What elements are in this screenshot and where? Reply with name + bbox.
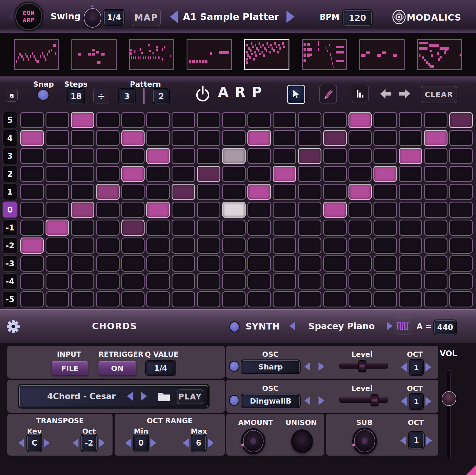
grid-cell-r-1-c2[interactable]: [46, 220, 69, 236]
grid-cell-r1-c1[interactable]: [20, 184, 44, 200]
grid-cell-r4-c3[interactable]: [71, 130, 94, 146]
grid-cell-r3-c17[interactable]: [424, 148, 447, 164]
divide-button[interactable]: ÷: [93, 89, 109, 103]
grid-cell-r0-c7[interactable]: [172, 202, 195, 218]
grid-cell-r-1-c12[interactable]: [298, 220, 321, 236]
max-next-icon[interactable]: [208, 439, 214, 447]
grid-cell-r-3-c8[interactable]: [197, 255, 220, 272]
key-prev-icon[interactable]: [19, 439, 24, 447]
grid-cell-r-2-c15[interactable]: [373, 238, 397, 254]
grid-cell-r5-c12[interactable]: [298, 112, 321, 128]
grid-cell-r0-c17[interactable]: [424, 202, 447, 218]
pattern-thumbnail-3[interactable]: [129, 39, 174, 70]
grid-cell-r-2-c10[interactable]: [247, 238, 271, 254]
key-value-box[interactable]: C: [27, 434, 41, 451]
grid-cell-r2-c12[interactable]: [298, 166, 321, 182]
grid-cell-r1-c16[interactable]: [399, 184, 422, 200]
grid-row-label-2[interactable]: 2: [3, 166, 17, 182]
grid-cell-r0-c3[interactable]: [71, 202, 94, 218]
grid-cell-r-3-c4[interactable]: [96, 255, 120, 272]
grid-cell-r5-c4[interactable]: [96, 112, 120, 128]
grid-row-label-4[interactable]: 4: [3, 130, 17, 146]
grid-cell-r-1-c15[interactable]: [373, 220, 397, 236]
grid-cell-r-3-c7[interactable]: [172, 255, 195, 272]
pattern-thumbnail-8[interactable]: [417, 39, 462, 70]
quantize-button[interactable]: a: [6, 89, 18, 102]
osc1-next-icon[interactable]: [319, 362, 324, 371]
grid-cell-r3-c3[interactable]: [71, 148, 94, 164]
grid-cell-r5-c1[interactable]: [20, 112, 44, 128]
velocity-tool-button[interactable]: [352, 85, 369, 103]
swing-knob[interactable]: [84, 8, 101, 28]
grid-cell-r-2-c7[interactable]: [172, 238, 195, 254]
grid-cell-r4-c6[interactable]: [146, 130, 170, 146]
grid-cell-r3-c11[interactable]: [273, 148, 296, 164]
grid-cell-r1-c4[interactable]: [96, 184, 120, 200]
grid-cell-r-4-c14[interactable]: [348, 273, 372, 290]
osc2-value-box[interactable]: DingwallB: [242, 394, 300, 407]
grid-cell-r-3-c12[interactable]: [298, 255, 321, 272]
sub-oct-prev-icon[interactable]: [400, 436, 406, 445]
osc1-value-box[interactable]: Sharp: [242, 360, 300, 373]
synth-preset-next-icon[interactable]: [387, 322, 393, 330]
grid-cell-r2-c15[interactable]: [373, 166, 397, 182]
grid-cell-r-3-c18[interactable]: [449, 255, 473, 272]
grid-cell-r1-c7[interactable]: [172, 184, 195, 200]
grid-cell-r-4-c9[interactable]: [222, 273, 246, 290]
grid-row-label--2[interactable]: -2: [3, 238, 17, 253]
grid-cell-r-2-c16[interactable]: [399, 238, 422, 254]
grid-cell-r0-c16[interactable]: [399, 202, 422, 218]
pattern-value-1-box[interactable]: 3: [119, 89, 135, 103]
grid-cell-r-4-c7[interactable]: [172, 273, 195, 290]
sub-oct-next-icon[interactable]: [426, 436, 432, 445]
grid-cell-r5-c16[interactable]: [399, 112, 422, 128]
grid-row-label--4[interactable]: -4: [3, 274, 17, 289]
grid-cell-r2-c7[interactable]: [172, 166, 195, 182]
swing-value-box[interactable]: 1/4: [104, 10, 124, 25]
grid-cell-r-5-c12[interactable]: [298, 291, 321, 307]
osc2-toggle[interactable]: [230, 396, 239, 405]
grid-cell-r-1-c11[interactable]: [273, 220, 296, 236]
grid-cell-r3-c14[interactable]: [348, 148, 372, 164]
retrigger-button[interactable]: ON: [98, 361, 136, 375]
osc2-oct-prev-icon[interactable]: [401, 397, 407, 406]
grid-cell-r0-c6[interactable]: [146, 202, 170, 218]
grid-cell-r-1-c4[interactable]: [96, 220, 120, 236]
power-icon[interactable]: [195, 85, 211, 102]
grid-cell-r-2-c4[interactable]: [96, 238, 120, 254]
grid-cell-r-4-c8[interactable]: [197, 273, 220, 290]
grid-cell-r1-c5[interactable]: [121, 184, 145, 200]
grid-cell-r5-c5[interactable]: [121, 112, 145, 128]
grid-cell-r5-c10[interactable]: [247, 112, 271, 128]
grid-cell-r3-c13[interactable]: [323, 148, 347, 164]
osc1-oct-box[interactable]: 1: [410, 360, 423, 375]
grid-cell-r-4-c5[interactable]: [121, 273, 145, 290]
grid-cell-r4-c14[interactable]: [348, 130, 372, 146]
min-prev-icon[interactable]: [125, 439, 131, 447]
grid-cell-r4-c16[interactable]: [399, 130, 422, 146]
grid-cell-r1-c14[interactable]: [348, 184, 372, 200]
grid-cell-r-4-c17[interactable]: [424, 273, 447, 290]
grid-cell-r2-c6[interactable]: [146, 166, 170, 182]
grid-cell-r-1-c8[interactable]: [197, 220, 220, 236]
synth-toggle[interactable]: [230, 322, 239, 332]
grid-cell-r4-c13[interactable]: [323, 130, 347, 146]
grid-cell-r-5-c10[interactable]: [247, 291, 271, 307]
grid-cell-r-3-c3[interactable]: [71, 255, 94, 272]
grid-cell-r2-c17[interactable]: [424, 166, 447, 182]
pattern-thumbnail-5[interactable]: [244, 39, 289, 70]
oct-prev-icon[interactable]: [73, 439, 78, 447]
shift-right-icon[interactable]: [399, 88, 411, 99]
folder-icon[interactable]: [157, 390, 171, 402]
grid-cell-r3-c18[interactable]: [449, 148, 473, 164]
preset-prev-icon[interactable]: [170, 11, 178, 23]
grid-cell-r-1-c18[interactable]: [449, 220, 473, 236]
grid-cell-r1-c3[interactable]: [71, 184, 94, 200]
grid-cell-r-1-c3[interactable]: [71, 220, 94, 236]
grid-cell-r4-c8[interactable]: [197, 130, 220, 146]
grid-cell-r-2-c9[interactable]: [222, 238, 246, 254]
grid-cell-r-3-c5[interactable]: [121, 255, 145, 272]
osc1-level-slider[interactable]: [339, 363, 388, 369]
osc1-level-handle[interactable]: [358, 360, 366, 372]
grid-cell-r-3-c6[interactable]: [146, 255, 170, 272]
